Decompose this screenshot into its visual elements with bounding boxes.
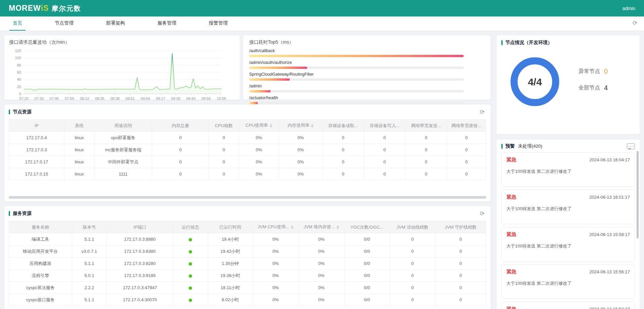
top5-bar-track [249,67,464,69]
top5-bar-row: /actuator/health [249,95,485,104]
top5-chart-title: 接口耗时Top5（ms） [249,39,485,45]
table-cell: 0 [389,270,435,282]
top5-bar-fill [249,67,307,69]
table-cell: 19.4小时 [208,233,253,245]
tab-服务管理[interactable]: 服务管理 [154,16,180,31]
table-cell: 0 [435,258,486,270]
alert-item[interactable]: 紧急 2024-06-13 16:01:17 大于100得发送 第二次进行修改了 [501,190,635,224]
alert-item[interactable]: 紧急 2024-06-13 15:53:37 大于100得发送 第二次进行修改了 [501,302,635,309]
column-header[interactable]: JVM CPU使用... [253,221,298,233]
table-cell: 0 [435,233,486,245]
sort-caret-icon[interactable] [270,123,272,129]
refresh-icon[interactable] [478,109,486,116]
table-row[interactable]: cyspc接口服务5.1.1172.17.0.4:300708.02小时0%0%… [9,294,486,306]
vertical-scrollbar[interactable] [637,151,639,238]
node-status-body: 4/4 异常节点 0 全部节点 4 [501,55,635,109]
table-cell: 0% [253,282,298,294]
table-cell: 172.17.0.3:47947 [107,282,173,294]
table-cell: mc服务部署服务端 [94,144,152,156]
top5-bar-row: /admin [249,84,485,92]
table-cell: 19.42小时 [208,245,253,258]
table-cell: 0 [209,132,239,144]
table-cell: 0 [447,168,486,180]
table-row[interactable]: 流程引擎5.0.1172.17.0.3:918519.38小时0%0%0/000 [9,270,486,282]
request-volume-line-chart: 02040608010012007:2007:3307:4607:5908:12… [10,47,231,103]
section-accent-bar [501,40,503,45]
alert-timestamp: 2024-06-13 15:56:17 [589,269,630,274]
status-dot [189,262,192,266]
tab-报警管理[interactable]: 报警管理 [205,16,231,31]
right-column: 节点情况（开发环境） 4/4 异常节点 0 全部节点 4 [496,35,640,309]
table-cell: 1111 [94,168,152,180]
alert-panel-head: 预警 未处理(420) [501,143,635,150]
top5-bar-track [249,55,464,57]
table-cell: 0% [239,168,279,180]
column-header: 系统 [64,120,94,132]
table-cell: 172.17.0.3 [9,144,64,156]
sort-caret-icon[interactable] [291,224,293,230]
table-cell: 172.17.0.3:8380 [107,245,173,258]
table-cell: 0% [279,156,322,168]
table-cell: 0 [447,132,486,144]
table-cell: 18.11小时 [208,282,253,294]
table-row[interactable]: 172.17.0.17linux中间件部署节点000%0%0000 [9,156,486,168]
table-cell: 移动应用开发平台 [9,245,72,258]
tab-部署架构[interactable]: 部署架构 [103,16,128,31]
svg-text:09:04: 09:04 [141,96,150,101]
column-header: 用途说明 [94,120,152,132]
refresh-icon[interactable] [478,210,486,218]
table-cell: linux [64,156,94,168]
alert-level: 紧急 [506,157,516,163]
table-row[interactable]: 172.17.0.4linuxops部署服务000%0%0000 [9,132,486,144]
table-cell: 5.1.1 [72,233,107,245]
main-nav: 首页节点管理部署架构服务管理报警管理 [0,16,644,31]
column-header[interactable]: JVM 堆内存使... [298,221,344,233]
top5-bar-label: /admin/oauth/authorize [249,60,485,65]
table-row[interactable]: 172.17.0.3linuxmc服务部署服务端000%0%0000 [9,144,486,156]
status-dot [189,250,192,254]
sort-caret-icon[interactable] [336,224,339,230]
user-menu[interactable]: admin [623,6,635,11]
alert-item-head: 紧急 2024-06-13 15:53:37 [506,306,630,309]
tab-首页[interactable]: 首页 [9,16,26,31]
table-row[interactable]: 172.17.0.15linux1111000%0%0000 [9,168,486,180]
table-row[interactable]: 编译工具5.1.1172.17.0.3:898019.4小时0%0%0/000 [9,233,486,245]
column-header: 存储设备写入... [364,120,406,132]
table-cell: 5.1.1 [72,294,107,306]
table-cell: 0 [364,168,406,180]
table-cell: 172.17.0.3:8280 [107,258,173,270]
table-header-row: IP系统用途说明内存总量CPU核数CPU使用率内存使用率存储设备读取...存储设… [9,120,486,132]
alert-item[interactable]: 紧急 2024-06-13 15:56:17 大于100得发送 第二次进行修改了 [501,264,635,299]
alert-item[interactable]: 紧急 2024-06-13 15:58:17 大于100得发送 第二次进行修改了 [501,227,635,262]
app-root: MOREW iS 摩尔元数 admin 首页节点管理部署架构服务管理报警管理 接… [0,0,644,309]
sort-caret-icon[interactable] [311,123,314,129]
alert-item[interactable]: 紧急 2024-06-13 16:04:17 大于100得发送 第二次进行修改了 [501,152,635,187]
tab-节点管理[interactable]: 节点管理 [51,16,77,31]
alert-level: 紧急 [506,231,516,238]
column-header[interactable]: CPU使用率 [239,120,279,132]
svg-text:08:51: 08:51 [126,96,135,101]
status-dot [189,238,192,241]
table-cell: 0 [322,132,364,144]
table-cell: 172.17.0.4:30070 [107,294,173,306]
node-status-card: 节点情况（开发环境） 4/4 异常节点 0 全部节点 4 [496,35,640,134]
horizontal-scrollbar[interactable] [9,196,486,199]
refresh-icon[interactable] [631,20,639,27]
table-row[interactable]: cyspc算法服务2.2.2172.17.0.3:4794718.11小时0%0… [9,282,486,294]
table-row[interactable]: 应用构建器5.1.1172.17.0.3:82801.35分钟0%0%0/000 [9,258,486,270]
column-header: JVM 守护线程数 [435,221,486,233]
table-cell: 0 [364,144,406,156]
column-header[interactable]: 内存使用率 [279,120,322,132]
table-cell: 172.17.0.3:8980 [107,233,173,245]
top5-bar-track [249,90,464,92]
table-cell: 应用构建器 [9,258,72,270]
table-row[interactable]: 移动应用开发平台v3.0.7.1172.17.0.3:838019.42小时0%… [9,245,486,258]
svg-text:20: 20 [17,85,21,89]
table-cell: 0% [298,294,344,306]
alert-item-head: 紧急 2024-06-13 16:01:17 [506,194,630,200]
table-cell: 0 [389,258,435,270]
table-cell: 0 [447,144,486,156]
svg-text:07:20: 07:20 [19,96,29,101]
svg-text:40: 40 [17,77,21,81]
message-bubble-icon[interactable] [627,143,635,149]
